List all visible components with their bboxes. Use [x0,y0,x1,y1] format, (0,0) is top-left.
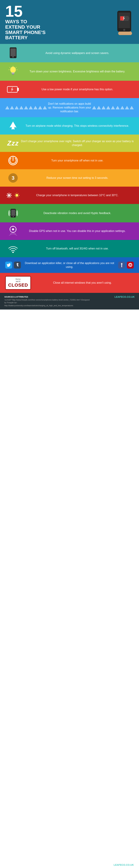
header-subtitle: WAYS TO EXTEND YOUR SMART PHONE'S BATTER… [5,19,46,40]
tip-2: Turn down your screen brightness. Excess… [0,62,139,81]
closed-text: CLOSED [8,282,28,288]
tip-8-icon: 3 [5,173,21,183]
svg-rect-9 [10,49,16,56]
svg-point-31 [16,194,18,197]
svg-line-39 [18,196,19,197]
tip-4-icon-right [92,106,134,110]
svg-rect-4 [128,17,129,20]
tip-9-text: Charge your smartphone in temperatures b… [21,193,134,197]
tip-7-icon [5,155,21,166]
tip-14: Sorry, we're CLOSED Close all internet w… [0,273,139,293]
tip-2-icon [5,65,21,78]
svg-line-17 [16,67,17,68]
footer-sources: SOURCES & ATTRIBUTES <a href="http://www… [4,296,91,307]
svg-point-44 [12,228,14,230]
tip-10: Deactivate vibration modes and avoid Hyp… [0,204,139,222]
svg-rect-22 [8,87,11,92]
tip-5-text: Turn on airplane mode whilst charging. T… [21,124,134,128]
svg-line-38 [15,196,16,197]
tip-9-icon [5,192,21,198]
tip-3: Use a low power mode if your smartphone … [0,81,139,98]
header-text: 15 WAYS TO EXTEND YOUR SMART PHONE'S BAT… [5,3,46,40]
svg-rect-14 [12,74,14,75]
were-text: we're [8,280,28,282]
tumblr-icon [14,261,21,269]
tip-3-text: Use a low power mode if your smartphone … [21,88,134,91]
svg-line-36 [15,193,16,194]
tip-10-text: Deactivate vibration modes and avoid Hyp… [21,211,134,215]
svg-point-7 [123,29,125,31]
footer-section: SOURCES & ATTRIBUTES <a href="http://www… [0,293,139,310]
tip-10-icon [5,207,21,219]
svg-point-11 [10,67,16,73]
tip-8: 3 Reduce your screen time out setting to… [0,169,139,187]
tip-4: Don't let notifications on apps build up… [0,98,139,117]
tip-2-text: Turn down your screen brightness. Excess… [21,70,134,73]
header-section: 15 WAYS TO EXTEND YOUR SMART PHONE'S BAT… [0,0,139,44]
svg-rect-13 [12,73,14,74]
header-phone-graphic [115,9,134,35]
tip-14-icon: Sorry, we're CLOSED [5,276,31,290]
tip-5-icon [5,121,21,131]
tip-8-text: Reduce your screen time out setting to 3… [21,176,134,180]
svg-rect-41 [11,210,15,216]
footer-sources-title: SOURCES & ATTRIBUTES [4,296,91,299]
svg-line-16 [9,67,10,68]
tip-11-text: Disable GPS when not in use. You can dis… [21,229,134,233]
tip-1: Avoid using dynamic wallpapers and scree… [0,44,139,62]
tip-6-icon: Zzz [5,140,21,147]
tip-1-icon [5,47,21,59]
svg-point-30 [8,195,9,196]
svg-rect-21 [18,88,19,91]
tip-13-text: Download an application killer, or close… [24,261,115,269]
twitter-icon [5,261,12,269]
tip-11: Disable GPS when not in use. You can dis… [0,222,139,240]
tip-12-icon [5,244,21,253]
tip-7: Turn your smartphone off when not in use… [0,152,139,169]
svg-rect-12 [12,72,15,73]
tip-14-text: Close all internet windows that you aren… [31,281,134,285]
tip-11-icon [5,225,21,237]
tip-6-text: Don't charge your smartphone over night.… [21,140,134,147]
closed-sign: Sorry, we're CLOSED [5,276,31,290]
footer-link2: http://batteryuniversity.com/learn/artic… [4,304,91,307]
facebook-icon [118,261,125,269]
tip-12-text: Turn off bluetooth, wifi and 3G/4G when … [21,247,134,250]
tip-3-icon [5,85,21,94]
tip-9: Charge your smartphone in temperatures b… [0,187,139,204]
tip-4-text: Don't let notifications on apps build up… [47,102,92,114]
tip-8-number: 3 [8,173,18,183]
header-number: 15 [5,3,46,19]
svg-line-37 [18,193,19,194]
svg-point-49 [12,252,14,253]
tip-4-icon [5,106,47,110]
tip-12: Turn off bluetooth, wifi and 3G/4G when … [0,240,139,257]
tip-6: Zzz Don't charge your smartphone over ni… [0,134,139,152]
sorry-text: Sorry, [8,278,28,280]
tip-1-text: Avoid using dynamic wallpapers and scree… [21,51,134,55]
svg-marker-24 [9,122,17,130]
tip-5: Turn on airplane mode whilst charging. T… [0,117,139,134]
svg-point-42 [13,216,13,217]
svg-point-10 [12,56,13,58]
tip-13: Download an application killer, or close… [0,257,139,273]
footer-logo: LEAFECO.CO.UK [114,296,135,298]
tip-7-text: Turn your smartphone off when not in use… [21,159,134,162]
pinterest-icon [127,261,134,269]
footer-link1[interactable]: <a href="http://www.freepik.com/free-vec… [4,299,91,304]
